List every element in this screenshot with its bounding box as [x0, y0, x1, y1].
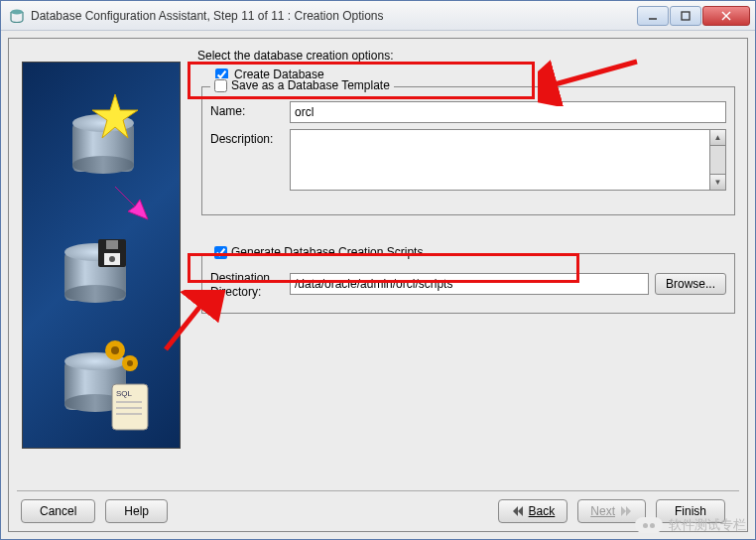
finish-button[interactable]: Finish	[656, 499, 725, 523]
desc-scrollbar[interactable]: ▲ ▼	[710, 129, 726, 191]
svg-rect-2	[682, 12, 690, 20]
svg-marker-25	[621, 506, 626, 516]
pink-arrow-icon	[110, 182, 150, 221]
svg-marker-23	[513, 506, 518, 516]
svg-marker-26	[626, 506, 631, 516]
next-label: Next	[590, 504, 615, 518]
generate-scripts-label: Generate Database Creation Scripts	[231, 245, 423, 259]
generate-scripts-option[interactable]: Generate Database Creation Scripts	[210, 245, 427, 259]
instruction-text: Select the database creation options:	[197, 49, 735, 63]
generate-scripts-checkbox[interactable]	[214, 246, 227, 259]
svg-marker-6	[115, 187, 148, 219]
cancel-button[interactable]: Cancel	[21, 499, 95, 523]
next-button[interactable]: Next	[577, 499, 646, 523]
svg-text:SQL: SQL	[116, 389, 133, 398]
script-icon: SQL	[108, 380, 156, 438]
browse-button[interactable]: Browse...	[655, 273, 726, 295]
svg-point-14	[127, 360, 133, 366]
window-title: Database Configuration Assistant, Step 1…	[31, 9, 636, 23]
back-button[interactable]: Back	[498, 499, 568, 523]
wizard-graphic: SQL	[22, 62, 181, 449]
save-template-group: Save as a Database Template Name: Descri…	[201, 86, 735, 215]
destination-label: Destination Directory:	[210, 268, 290, 299]
scroll-down-icon[interactable]: ▼	[710, 174, 725, 190]
star-icon	[90, 92, 140, 142]
window-frame: Database Configuration Assistant, Step 1…	[0, 0, 756, 540]
close-button[interactable]	[702, 6, 750, 26]
gears-icon	[100, 336, 144, 379]
back-label: Back	[529, 504, 556, 518]
template-name-input[interactable]	[290, 101, 726, 123]
minimize-button[interactable]	[637, 6, 669, 26]
help-button[interactable]: Help	[105, 499, 168, 523]
chevron-left-icon	[511, 506, 523, 516]
template-desc-input[interactable]	[290, 129, 710, 191]
svg-point-12	[111, 346, 119, 354]
destination-input[interactable]	[290, 273, 649, 295]
template-desc-label: Description:	[210, 129, 290, 146]
save-template-label: Save as a Database Template	[231, 78, 390, 92]
maximize-button[interactable]	[670, 6, 701, 26]
save-template-checkbox[interactable]	[214, 79, 227, 92]
generate-scripts-group: Generate Database Creation Scripts Desti…	[201, 253, 735, 314]
window-controls	[636, 6, 750, 26]
svg-marker-5	[92, 94, 138, 138]
template-name-label: Name:	[210, 101, 290, 118]
chevron-right-icon	[621, 506, 633, 516]
app-icon	[9, 8, 25, 24]
dialog-buttons: Cancel Help Back Next Finish	[17, 490, 739, 523]
save-template-option[interactable]: Save as a Database Template	[210, 78, 394, 92]
options-pane: Select the database creation options: Cr…	[186, 47, 739, 490]
svg-marker-24	[518, 506, 523, 516]
floppy-icon	[96, 237, 128, 269]
svg-point-0	[11, 9, 23, 14]
titlebar: Database Configuration Assistant, Step 1…	[1, 1, 755, 31]
dialog-body: SQL Select the database creation options…	[8, 38, 748, 532]
svg-point-10	[109, 256, 115, 262]
svg-rect-9	[106, 240, 118, 249]
scroll-up-icon[interactable]: ▲	[710, 130, 725, 146]
